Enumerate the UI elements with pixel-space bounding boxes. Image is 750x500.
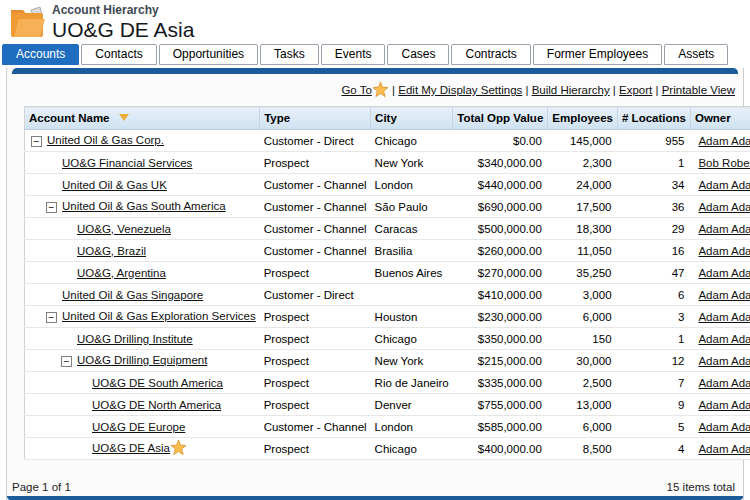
employees-cell: 13,000 [548,394,618,416]
tab-accounts[interactable]: Accounts [2,44,79,65]
edit-my-display-settings-link[interactable]: Edit My Display Settings [398,84,522,96]
owner-link[interactable]: Adam Adams [698,179,750,191]
locations-cell: 7 [618,372,691,394]
city-cell: New York [371,350,453,372]
owner-cell: Adam Adams [690,372,750,394]
account-link[interactable]: UO&G DE South America [92,377,223,389]
owner-link[interactable]: Adam Adams [698,443,750,455]
collapse-icon[interactable]: − [46,312,57,323]
folder-icon [8,5,46,41]
account-link[interactable]: UO&G, Argentina [77,267,166,279]
column-header-label: Owner [695,112,731,124]
account-link[interactable]: UO&G DE North America [92,399,221,411]
owner-link[interactable]: Adam Adams [698,333,750,345]
employees-cell: 30,000 [548,350,618,372]
owner-link[interactable]: Adam Adams [698,223,750,235]
account-link[interactable]: UO&G, Venezuela [77,223,171,235]
tab-contracts[interactable]: Contracts [451,44,530,65]
account-link[interactable]: UO&G DE Europe [92,421,185,433]
table-row: −United Oil & Gas Corp.Customer - Direct… [25,130,750,152]
account-name-cell: UO&G DE Asia [25,438,260,460]
account-link[interactable]: UO&G Drilling Equipment [77,354,207,366]
build-hierarchy-link[interactable]: Build Hierarchy [532,84,610,96]
owner-link[interactable]: Adam Adams [698,377,750,389]
locations-cell: 36 [618,196,691,218]
table-row: UO&G, BrazilCustomer - ChannelBrasilia$2… [25,240,750,262]
column-header-label: City [375,112,397,124]
account-link[interactable]: United Oil & Gas Singapore [62,289,203,301]
locations-cell: 9 [618,394,691,416]
tab-cases[interactable]: Cases [387,44,449,65]
tab-opportunities[interactable]: Opportunities [159,44,258,65]
column-header-account-name[interactable]: Account Name [25,107,260,130]
account-link[interactable]: UO&G Financial Services [62,157,192,169]
owner-link[interactable]: Adam Adams [698,135,750,147]
tab-contacts[interactable]: Contacts [81,44,156,65]
collapse-icon[interactable]: − [31,136,42,147]
owner-link[interactable]: Adam Adams [698,201,750,213]
account-link[interactable]: UO&G Drilling Institute [77,333,193,345]
printable-view-link[interactable]: Printable View [662,84,735,96]
employees-cell: 145,000 [548,130,618,152]
column-header-owner[interactable]: Owner [690,107,750,130]
tab-former-employees[interactable]: Former Employees [533,44,662,65]
account-link[interactable]: UO&G, Brazil [77,245,146,257]
total-opp-value-cell: $335,000.00 [453,372,548,394]
table-row: UO&G DE North AmericaProspectDenver$755,… [25,394,750,416]
city-cell: Chicago [371,438,453,460]
type-cell: Customer - Channel [260,218,371,240]
export-link[interactable]: Export [619,84,652,96]
owner-link[interactable]: Adam Adams [698,267,750,279]
current-record-star-icon [171,440,186,457]
tab-assets[interactable]: Assets [664,44,728,65]
table-row: −United Oil & Gas Exploration ServicesPr… [25,306,750,328]
account-link[interactable]: United Oil & Gas Corp. [47,134,164,146]
table-row: UO&G DE South AmericaProspectRio de Jane… [25,372,750,394]
column-header-label: Type [264,112,290,124]
account-name-cell: UO&G Financial Services [25,152,260,174]
employees-cell: 2,500 [548,372,618,394]
owner-link[interactable]: Adam Adams [698,421,750,433]
total-opp-value-cell: $585,000.00 [453,416,548,438]
column-header-employees[interactable]: Employees [548,107,618,130]
column-header-city[interactable]: City [371,107,453,130]
toolbar-separator: | [610,84,619,96]
employees-cell: 11,050 [548,240,618,262]
account-link[interactable]: United Oil & Gas UK [62,179,167,191]
type-cell: Prospect [260,262,371,284]
total-opp-value-cell: $230,000.00 [453,306,548,328]
account-link[interactable]: United Oil & Gas South America [62,200,226,212]
owner-link[interactable]: Adam Adams [698,245,750,257]
column-header-type[interactable]: Type [260,107,371,130]
tab-events[interactable]: Events [321,44,386,65]
owner-link[interactable]: Bob Roberts [698,157,750,169]
column-header-locations[interactable]: # Locations [618,107,691,130]
type-cell: Customer - Direct [260,130,371,152]
owner-link[interactable]: Adam Adams [698,399,750,411]
column-header-total-opp-value[interactable]: Total Opp Value [453,107,548,130]
employees-cell: 2,300 [548,152,618,174]
type-cell: Customer - Channel [260,240,371,262]
table-footer: Page 1 of 1 15 items total [12,481,735,493]
go-to-star-icon [373,82,388,99]
toolbar-separator: | [522,84,531,96]
account-name-cell: UO&G DE South America [25,372,260,394]
account-name-cell: UO&G, Brazil [25,240,260,262]
locations-cell: 34 [618,174,691,196]
city-cell: Caracas [371,218,453,240]
total-opp-value-cell: $0.00 [453,130,548,152]
collapse-icon[interactable]: − [46,202,57,213]
owner-link[interactable]: Adam Adams [698,311,750,323]
items-total: 15 items total [667,481,735,493]
tab-tasks[interactable]: Tasks [260,44,319,65]
collapse-icon[interactable]: − [61,356,72,367]
owner-link[interactable]: Adam Adams [698,289,750,301]
account-link[interactable]: UO&G DE Asia [92,442,170,454]
go-to-link[interactable]: Go To [341,84,371,96]
total-opp-value-cell: $755,000.00 [453,394,548,416]
city-cell: Chicago [371,328,453,350]
owner-cell: Adam Adams [690,306,750,328]
city-cell: Denver [371,394,453,416]
account-link[interactable]: United Oil & Gas Exploration Services [62,310,256,322]
owner-link[interactable]: Adam Adams [698,355,750,367]
